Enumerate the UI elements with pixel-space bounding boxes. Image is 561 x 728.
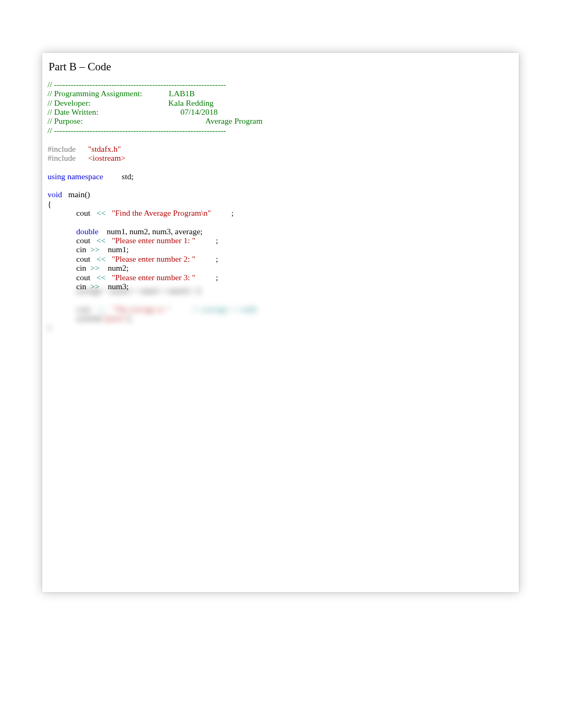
op-lshift-4: << (97, 273, 106, 282)
keyword-namespace: namespace (67, 172, 103, 181)
string-prompt-2: "Please enter number 2: " (112, 254, 195, 263)
comment-assignment-label: // Programming Assignment: (48, 89, 142, 98)
comment-divider-bottom: // -------------------------------------… (48, 126, 226, 135)
ident-cout-4: cout (76, 273, 90, 282)
include-stdafx: "stdafx.h" (88, 144, 121, 153)
ident-std: std; (121, 172, 133, 181)
preproc-include-1: #include (48, 144, 76, 153)
preproc-include-2: #include (48, 153, 76, 162)
op-rshift-2: >> (90, 263, 99, 272)
semi-1: ; (231, 208, 233, 217)
keyword-double: double (76, 227, 98, 236)
comment-date-label: // Date Written: (48, 107, 98, 116)
code-block: // -------------------------------------… (48, 80, 513, 291)
document-page: Part B – Code // -----------------------… (42, 53, 519, 592)
semi-2: ; (216, 236, 218, 245)
ident-num3: num3; (108, 282, 129, 291)
ident-cin-2: cin (76, 263, 86, 272)
keyword-void: void (48, 190, 62, 199)
comment-purpose-label: // Purpose: (48, 116, 83, 125)
op-lshift-2: << (97, 236, 106, 245)
keyword-using: using (48, 172, 66, 181)
ident-cout-3: cout (76, 254, 90, 263)
ident-num2: num2; (108, 263, 129, 272)
comment-developer-value: Kala Redding (169, 98, 214, 107)
ident-num1: num1; (108, 245, 129, 254)
comment-purpose-value: Average Program (205, 116, 263, 125)
comment-divider-top: // -------------------------------------… (48, 80, 226, 89)
ident-cin-1: cin (76, 245, 86, 254)
string-title: "Find the Average Program\n" (112, 208, 211, 217)
comment-assignment-value: LAB1B (169, 89, 195, 98)
comment-developer-label: // Developer: (48, 98, 90, 107)
comment-date-value: 07/14/2018 (180, 107, 218, 116)
op-rshift-3: >> (90, 282, 99, 291)
ident-cout-1: cout (76, 208, 90, 217)
ident-cin-3: cin (76, 282, 86, 291)
include-iostream: <iostream> (88, 153, 126, 162)
op-lshift-3: << (97, 254, 106, 263)
ident-vars: num1, num2, num3, average; (107, 227, 203, 236)
string-prompt-3: "Please enter number 3: " (112, 273, 195, 282)
open-brace: { (48, 199, 51, 208)
ident-main: main() (68, 190, 90, 199)
blurred-code-region: average = (num1 + num2 + num3) / 3; cout… (48, 286, 513, 332)
section-heading: Part B – Code (48, 60, 513, 73)
op-lshift-1: << (97, 208, 106, 217)
ident-cout-2: cout (76, 236, 90, 245)
semi-4: ; (216, 273, 218, 282)
op-rshift-1: >> (90, 245, 99, 254)
semi-3: ; (216, 254, 218, 263)
string-prompt-1: "Please enter number 1: " (112, 236, 195, 245)
